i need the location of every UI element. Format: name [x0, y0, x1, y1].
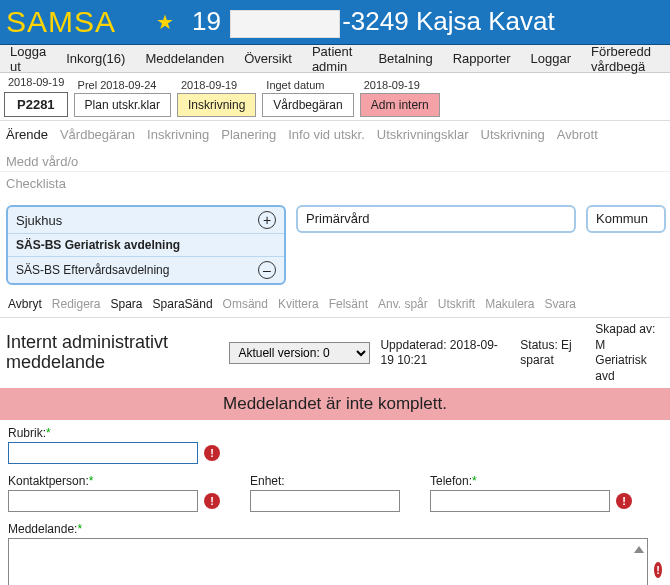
action-avbryt[interactable]: Avbryt [8, 297, 42, 311]
error-icon: ! [616, 493, 632, 509]
subtabs: Ärende Vårdbegäran Inskrivning Planering… [0, 121, 670, 172]
org-sjukhus-label: Sjukhus [16, 213, 62, 228]
org-sjukhus[interactable]: Sjukhus + SÄS-BS Geriatrisk avdelning SÄ… [6, 205, 286, 285]
action-spara[interactable]: Spara [111, 297, 143, 311]
tab-vardbegaran[interactable]: Vårdbegäran [60, 127, 135, 142]
plan-clear[interactable]: Plan utskr.klar [74, 93, 171, 117]
error-icon: ! [204, 493, 220, 509]
action-kvittera[interactable]: Kvittera [278, 297, 319, 311]
kontakt-input[interactable] [8, 490, 198, 512]
masked-ssn [230, 10, 340, 38]
meddelande-label: Meddelande:* [8, 522, 662, 536]
plan-code[interactable]: P2281 [4, 92, 68, 117]
tab-inskrivning[interactable]: Inskrivning [147, 127, 209, 142]
action-makulera[interactable]: Makulera [485, 297, 534, 311]
meddelande-label-text: Meddelande: [8, 522, 77, 536]
action-felsant[interactable]: Felsänt [329, 297, 368, 311]
meddelande-input[interactable] [8, 538, 648, 585]
org-row: Sjukhus + SÄS-BS Geriatrisk avdelning SÄ… [0, 199, 670, 291]
patient-prefix: 19 [192, 6, 221, 36]
menu-rapporter[interactable]: Rapporter [443, 45, 521, 72]
warning-banner: Meddelandet är inte komplett. [0, 388, 670, 420]
menu-forberedd[interactable]: Förberedd vårdbegä [581, 45, 670, 72]
rubrik-label-text: Rubrik: [8, 426, 46, 440]
plan-row: 2018-09-19 P2281 Prel 2018-09-24 Plan ut… [0, 73, 670, 121]
subtabs-checklista[interactable]: Checklista [0, 172, 670, 199]
plan-adm-intern[interactable]: Adm intern [360, 93, 440, 117]
action-sparasand[interactable]: SparaSänd [153, 297, 213, 311]
telefon-input[interactable] [430, 490, 610, 512]
tab-avbrott[interactable]: Avbrott [557, 127, 598, 142]
plan-vard-lbl: Inget datum [262, 79, 353, 91]
plan-prel-lbl: Prel 2018-09-24 [74, 79, 171, 91]
form-title: Internt administrativt meddelande [6, 333, 219, 373]
rubrik-label: Rubrik:* [8, 426, 662, 440]
action-redigera[interactable]: Redigera [52, 297, 101, 311]
minus-icon[interactable]: – [258, 261, 276, 279]
main-menu: Logga ut Inkorg(16) Meddelanden Översikt… [0, 45, 670, 73]
star-icon[interactable]: ★ [156, 10, 174, 34]
textarea-scroll [8, 538, 648, 585]
org-primarvard-label: Primärvård [306, 211, 370, 226]
plus-icon[interactable]: + [258, 211, 276, 229]
patient-suffix: -3249 Kajsa Kavat [342, 6, 554, 36]
menu-logga-ut[interactable]: Logga ut [0, 45, 56, 72]
patient-id: 19 -3249 Kajsa Kavat [192, 6, 555, 37]
org-primarvard[interactable]: Primärvård [296, 205, 576, 233]
version-select[interactable]: Aktuell version: 0 [229, 342, 370, 364]
plan-inskrivning[interactable]: Inskrivning [177, 93, 256, 117]
menu-patient-admin[interactable]: Patient admin [302, 45, 369, 72]
menu-loggar[interactable]: Loggar [520, 45, 580, 72]
meta-status: Status: Ej sparat [520, 338, 585, 369]
actions-bar: Avbryt Redigera Spara SparaSänd Omsänd K… [0, 291, 670, 318]
meta-uppdaterad: Uppdaterad: 2018-09-19 10:21 [380, 338, 510, 369]
error-icon: ! [654, 562, 662, 578]
meta-skapad: Skapad av: M Geriatrisk avd [595, 322, 664, 384]
action-anvspar[interactable]: Anv. spår [378, 297, 428, 311]
tab-utskrivningsklar[interactable]: Utskrivningsklar [377, 127, 469, 142]
tab-planering[interactable]: Planering [221, 127, 276, 142]
telefon-label-text: Telefon: [430, 474, 472, 488]
org-kommun-label: Kommun [596, 211, 648, 226]
form-header: Internt administrativt meddelande Aktuel… [0, 318, 670, 388]
enhet-input[interactable] [250, 490, 400, 512]
menu-inkorg[interactable]: Inkorg(16) [56, 45, 135, 72]
plan-inskr-lbl: 2018-09-19 [177, 79, 256, 91]
kontakt-label: Kontaktperson:* [8, 474, 220, 488]
action-omsand[interactable]: Omsänd [223, 297, 268, 311]
app-name: SAMSA [6, 5, 116, 39]
error-icon: ! [204, 445, 220, 461]
enhet-label: Enhet: [250, 474, 400, 488]
menu-meddelanden[interactable]: Meddelanden [135, 45, 234, 72]
org-row-geriatrisk[interactable]: SÄS-BS Geriatrisk avdelning [8, 234, 284, 257]
tab-info-utskr[interactable]: Info vid utskr. [288, 127, 365, 142]
plan-vardbegaran[interactable]: Vårdbegäran [262, 93, 353, 117]
rubrik-input[interactable] [8, 442, 198, 464]
action-utskrift[interactable]: Utskrift [438, 297, 475, 311]
menu-oversikt[interactable]: Översikt [234, 45, 302, 72]
tab-utskrivning[interactable]: Utskrivning [481, 127, 545, 142]
tab-medd-vard[interactable]: Medd vård/o [6, 154, 78, 169]
top-header: SAMSA ★ 19 -3249 Kajsa Kavat [0, 0, 670, 45]
form: Rubrik:* ! Kontaktperson:* ! Enhet: Tele… [0, 420, 670, 585]
tab-arende[interactable]: Ärende [6, 127, 48, 142]
menu-betalning[interactable]: Betalning [368, 45, 442, 72]
action-svara[interactable]: Svara [545, 297, 576, 311]
org-kommun[interactable]: Kommun [586, 205, 666, 233]
plan-date1: 2018-09-19 [4, 76, 68, 88]
telefon-label: Telefon:* [430, 474, 632, 488]
kontakt-label-text: Kontaktperson: [8, 474, 89, 488]
org-row-eftervard[interactable]: SÄS-BS Eftervårdsavdelning [16, 263, 169, 277]
plan-adm-lbl: 2018-09-19 [360, 79, 440, 91]
